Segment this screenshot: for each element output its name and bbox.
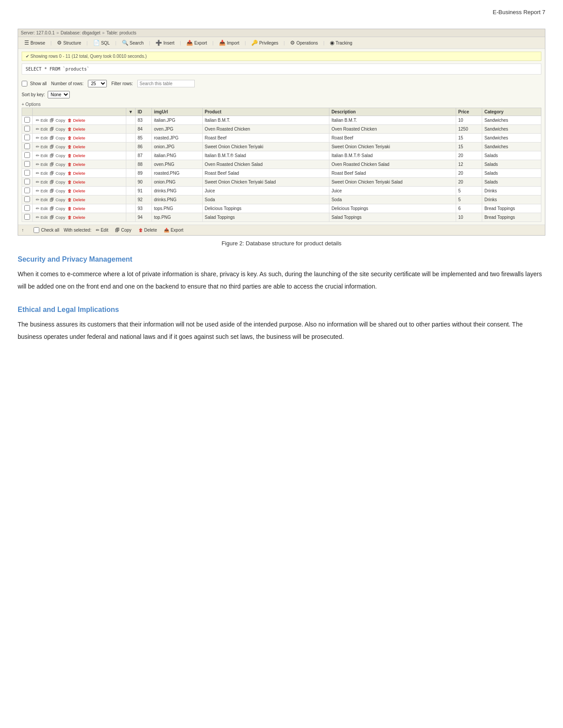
row-checkbox[interactable]: [24, 152, 30, 158]
row-cell-id: 94: [135, 213, 151, 222]
search-icon: 🔍: [122, 40, 128, 46]
row-delete-link[interactable]: 🗑 Delete: [67, 197, 86, 202]
toolbar-insert-button[interactable]: ➕ Insert: [153, 39, 177, 47]
col-header-price[interactable]: Price: [456, 108, 482, 116]
row-checkbox[interactable]: [24, 214, 30, 220]
toolbar-browse-button[interactable]: Browse: [22, 39, 48, 47]
toolbar-structure-button[interactable]: ⚙ Structure: [54, 39, 84, 47]
row-checkbox[interactable]: [24, 179, 30, 184]
sort-label: Sort by key:: [22, 92, 45, 97]
toolbar-privileges-button[interactable]: 🔑 Privileges: [249, 39, 281, 47]
toolbar-tracking-button[interactable]: ◉ Tracking: [327, 39, 355, 47]
row-delete-link[interactable]: 🗑 Delete: [67, 127, 86, 131]
toolbar-export-button[interactable]: 📤 Export: [184, 39, 210, 47]
check-all-checkbox[interactable]: [34, 227, 39, 233]
row-cell-description: Oven Roasted Chicken Salad: [329, 160, 456, 169]
row-checkbox[interactable]: [24, 143, 30, 149]
row-edit-link[interactable]: ✏ Edit: [35, 180, 49, 184]
toolbar-operations-button[interactable]: ⚙ Operations: [287, 39, 321, 47]
row-delete-link[interactable]: 🗑 Delete: [67, 162, 86, 167]
row-copy-link[interactable]: 🗐 Copy: [49, 171, 66, 176]
row-copy-link[interactable]: 🗐 Copy: [49, 180, 66, 184]
row-edit-link[interactable]: ✏ Edit: [35, 197, 49, 202]
row-edit-link[interactable]: ✏ Edit: [35, 171, 49, 176]
db-breadcrumb-bar: Server: 127.0.0.1 » Database: dbgadget »…: [18, 29, 545, 37]
row-copy-link[interactable]: 🗐 Copy: [49, 188, 66, 193]
row-copy-link[interactable]: 🗐 Copy: [49, 206, 66, 211]
row-copy-link[interactable]: 🗐 Copy: [49, 135, 66, 140]
row-edit-link[interactable]: ✏ Edit: [35, 135, 49, 140]
row-checkbox[interactable]: [24, 205, 30, 211]
toolbar-sql-button[interactable]: 📄 SQL: [91, 39, 113, 47]
row-checkbox[interactable]: [24, 117, 30, 123]
bottom-edit-button[interactable]: ✏ Edit: [93, 227, 111, 233]
bottom-delete-button[interactable]: 🗑 Delete: [136, 227, 160, 233]
row-edit-link[interactable]: ✏ Edit: [35, 118, 49, 123]
row-edit-link[interactable]: ✏ Edit: [35, 162, 49, 167]
col-header-checkbox: [22, 108, 33, 116]
col-header-sort[interactable]: ▼: [126, 108, 135, 116]
db-info-text: ✔ Showing rows 0 - 11 (12 total, Query t…: [26, 54, 147, 59]
row-copy-link[interactable]: 🗐 Copy: [49, 215, 66, 220]
row-copy-link[interactable]: 🗐 Copy: [49, 162, 66, 167]
row-delete-link[interactable]: 🗑 Delete: [67, 118, 86, 123]
row-copy-link[interactable]: 🗐 Copy: [49, 197, 66, 202]
breadcrumb-db: Database: dbgadget: [60, 30, 100, 35]
sort-key-select[interactable]: None: [48, 91, 70, 98]
row-delete-link[interactable]: 🗑 Delete: [67, 135, 86, 140]
db-sort-row: Sort by key: None: [18, 90, 545, 101]
row-actions-cell: ✏ Edit 🗐 Copy 🗑 Delete: [33, 125, 126, 134]
row-delete-link[interactable]: 🗑 Delete: [67, 144, 86, 149]
row-checkbox[interactable]: [24, 196, 30, 202]
row-edit-link[interactable]: ✏ Edit: [35, 206, 49, 211]
row-delete-link[interactable]: 🗑 Delete: [67, 206, 86, 211]
row-cell-product: Oven Roasted Chicken Salad: [202, 160, 329, 169]
row-cell-description: Delicious Toppings: [329, 204, 456, 213]
section-ethical-text: The business assures its customers that …: [18, 318, 545, 343]
bottom-copy-button[interactable]: 🗐 Copy: [113, 227, 134, 233]
row-cell-price: 10: [456, 213, 482, 222]
row-delete-link[interactable]: 🗑 Delete: [67, 215, 86, 220]
row-cell-price: 20: [456, 151, 482, 160]
row-copy-link[interactable]: 🗐 Copy: [49, 127, 66, 131]
db-options-link[interactable]: + Options: [18, 101, 545, 108]
row-edit-link[interactable]: ✏ Edit: [35, 215, 49, 220]
rows-select[interactable]: 25 50 100: [88, 80, 107, 87]
row-edit-link[interactable]: ✏ Edit: [35, 144, 49, 149]
table-row: ✏ Edit 🗐 Copy 🗑 Delete 86onion.JPGSweet …: [22, 143, 541, 151]
show-all-label[interactable]: Show all: [22, 81, 47, 86]
row-delete-link[interactable]: 🗑 Delete: [67, 180, 86, 184]
row-cell-id: 85: [135, 134, 151, 143]
bottom-export-button[interactable]: 📤 Export: [161, 227, 186, 233]
col-header-description[interactable]: Description: [329, 108, 456, 116]
table-row: ✏ Edit 🗐 Copy 🗑 Delete 87italian.PNGItal…: [22, 151, 541, 160]
toolbar-search-button[interactable]: 🔍 Search: [119, 39, 147, 47]
privileges-icon: 🔑: [251, 40, 258, 46]
row-cell-category: Bread Toppings: [482, 213, 541, 222]
row-edit-link[interactable]: ✏ Edit: [35, 127, 49, 131]
row-checkbox[interactable]: [24, 126, 30, 131]
row-checkbox[interactable]: [24, 170, 30, 176]
row-delete-link[interactable]: 🗑 Delete: [67, 171, 86, 176]
table-row: ✏ Edit 🗐 Copy 🗑 Delete 85roasted.JPGRoas…: [22, 134, 541, 143]
col-header-imgurl[interactable]: imgUrl: [151, 108, 202, 116]
show-all-checkbox[interactable]: [22, 81, 27, 86]
row-checkbox[interactable]: [24, 135, 30, 140]
row-copy-link[interactable]: 🗐 Copy: [49, 153, 66, 158]
row-actions-cell: ✏ Edit 🗐 Copy 🗑 Delete: [33, 151, 126, 160]
row-sort-arrows: [126, 187, 135, 195]
row-edit-link[interactable]: ✏ Edit: [35, 153, 49, 158]
toolbar-import-button[interactable]: 📥 Import: [216, 39, 242, 47]
row-cell-category: Salads: [482, 178, 541, 187]
col-header-id[interactable]: ID: [135, 108, 151, 116]
col-header-product[interactable]: Product: [202, 108, 329, 116]
row-checkbox[interactable]: [24, 188, 30, 193]
row-edit-link[interactable]: ✏ Edit: [35, 188, 49, 193]
row-delete-link[interactable]: 🗑 Delete: [67, 153, 86, 158]
row-copy-link[interactable]: 🗐 Copy: [49, 118, 66, 123]
row-checkbox[interactable]: [24, 161, 30, 167]
row-delete-link[interactable]: 🗑 Delete: [67, 188, 86, 193]
row-copy-link[interactable]: 🗐 Copy: [49, 144, 66, 149]
col-header-category[interactable]: Category: [482, 108, 541, 116]
filter-input[interactable]: [137, 80, 195, 87]
